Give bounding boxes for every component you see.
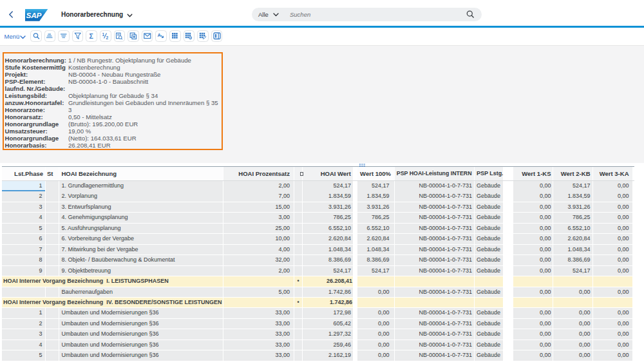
svg-text:Σ: Σ [90,32,93,40]
svg-text:SAP: SAP [26,10,41,19]
svg-text:1: 1 [102,32,104,37]
svg-text:A: A [158,32,162,38]
svg-text:2: 2 [106,35,108,40]
